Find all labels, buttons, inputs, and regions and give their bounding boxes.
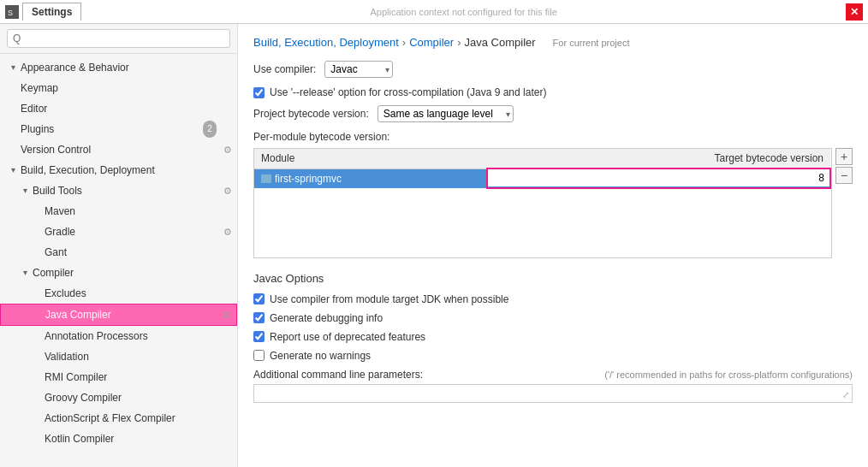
version-input-cell[interactable] xyxy=(487,168,830,188)
title-bar: S Settings Application context not confi… xyxy=(0,0,868,24)
column-module: Module xyxy=(254,149,487,168)
checkbox-row-report-deprecated: Report use of deprecated features xyxy=(253,331,853,343)
checkbox-generate-no-warnings[interactable] xyxy=(253,350,265,361)
use-compiler-row: Use compiler: JavacEclipseAjc ▾ xyxy=(253,61,853,78)
javac-options-title: Javac Options xyxy=(253,272,853,285)
additional-params-input-wrapper: ⤢ xyxy=(253,384,853,403)
use-compiler-select-wrapper: JavacEclipseAjc ▾ xyxy=(324,61,393,78)
sidebar-item-excludes[interactable]: Excludes xyxy=(0,283,237,304)
sidebar-item-label: Groovy Compiler xyxy=(45,389,122,406)
additional-params-row: Additional command line parameters: ('/'… xyxy=(253,369,853,381)
sidebar-item-version-control[interactable]: Version Control⚙ xyxy=(0,139,237,160)
title-bar-left: S Settings xyxy=(5,3,81,21)
additional-params-label: Additional command line parameters: xyxy=(253,369,423,381)
checkbox-use-compiler-module[interactable] xyxy=(253,293,265,304)
sidebar-item-actionscript-flex[interactable]: ActionScript & Flex Compiler xyxy=(0,408,237,429)
breadcrumb-part-2: Compiler xyxy=(409,36,454,49)
close-button[interactable]: ✕ xyxy=(846,3,863,21)
checkbox-generate-debug[interactable] xyxy=(253,312,265,323)
sidebar-item-annotation-processors[interactable]: Annotation Processors xyxy=(0,326,237,346)
release-option-checkbox[interactable] xyxy=(253,87,265,98)
sidebar-item-maven[interactable]: Maven xyxy=(0,201,237,222)
sidebar-item-label: Editor xyxy=(21,100,47,117)
project-bytecode-select-wrapper: Same as language level ▾ xyxy=(378,105,514,122)
sidebar-item-rmi-compiler[interactable]: RMI Compiler xyxy=(0,367,237,387)
folder-icon xyxy=(261,174,271,183)
sidebar-item-appearance[interactable]: Appearance & Behavior xyxy=(0,57,237,78)
window-subtitle: Application context not configured for t… xyxy=(81,7,846,17)
sidebar-item-label: Kotlin Compiler xyxy=(45,430,114,447)
use-compiler-select[interactable]: JavacEclipseAjc xyxy=(324,61,393,78)
add-module-button[interactable]: + xyxy=(835,148,853,165)
sidebar-item-badge: 2 xyxy=(203,121,217,138)
sidebar-item-plugins[interactable]: Plugins2 xyxy=(0,119,237,139)
sidebar-item-label: Version Control xyxy=(21,141,91,158)
sidebar-item-icon: ⚙ xyxy=(223,182,232,199)
sidebar-item-icon: ⚙ xyxy=(223,223,232,240)
checkbox-label-generate-no-warnings: Generate no warnings xyxy=(270,350,371,362)
sidebar-item-label: RMI Compiler xyxy=(45,369,107,386)
app-icon: S xyxy=(5,5,19,19)
sidebar-item-label: Gradle xyxy=(45,223,75,240)
sidebar-item-label: Build, Execution, Deployment xyxy=(21,162,155,179)
sidebar-item-label: Java Compiler xyxy=(45,306,111,323)
release-option-row: Use '--release' option for cross-compila… xyxy=(253,86,853,98)
per-module-label: Per-module bytecode version: xyxy=(253,131,853,143)
sidebar-item-label: Maven xyxy=(45,203,75,220)
column-version: Target bytecode version xyxy=(487,149,830,168)
project-bytecode-row: Project bytecode version: Same as langua… xyxy=(253,105,853,122)
search-box xyxy=(0,24,237,54)
sidebar-item-build-tools[interactable]: Build Tools⚙ xyxy=(0,180,237,201)
main-container: Appearance & BehaviorKeymapEditorPlugins… xyxy=(0,24,868,467)
table-side-buttons: + − xyxy=(835,148,853,184)
sidebar-item-label: Compiler xyxy=(33,264,74,281)
sidebar-item-label: ActionScript & Flex Compiler xyxy=(45,410,175,427)
sidebar-item-label: Excludes xyxy=(45,285,86,302)
additional-params-input[interactable] xyxy=(253,384,853,403)
search-input[interactable] xyxy=(7,29,230,48)
sidebar-item-groovy-compiler[interactable]: Groovy Compiler xyxy=(0,387,237,408)
remove-module-button[interactable]: − xyxy=(835,167,853,184)
checkbox-label-generate-debug: Generate debugging info xyxy=(270,312,383,324)
checkbox-label-use-compiler-module: Use compiler from module target JDK when… xyxy=(270,293,508,305)
sidebar-item-validation[interactable]: Validation xyxy=(0,346,237,367)
window-title[interactable]: Settings xyxy=(22,3,81,21)
sidebar-item-label: Gant xyxy=(45,244,67,261)
sidebar: Appearance & BehaviorKeymapEditorPlugins… xyxy=(0,24,238,467)
release-option-label: Use '--release' option for cross-compila… xyxy=(270,86,546,98)
sidebar-item-gant[interactable]: Gant xyxy=(0,242,237,263)
table-empty-space xyxy=(254,189,831,257)
sidebar-item-label: Keymap xyxy=(21,80,58,97)
project-bytecode-select[interactable]: Same as language level xyxy=(378,105,514,122)
sidebar-item-gradle[interactable]: Gradle⚙ xyxy=(0,222,237,242)
sidebar-item-label: Validation xyxy=(45,348,89,365)
svg-text:S: S xyxy=(8,9,13,17)
sidebar-item-java-compiler[interactable]: Java Compiler⚙ xyxy=(0,304,237,326)
additional-params-hint: ('/' recommended in paths for cross-plat… xyxy=(604,369,853,380)
tree-arrow-icon xyxy=(7,164,19,176)
sidebar-item-label: Annotation Processors xyxy=(45,328,148,345)
module-table-container: Module Target bytecode version first-spr… xyxy=(253,148,832,258)
table-row[interactable]: first-springmvc xyxy=(254,168,830,188)
use-compiler-label: Use compiler: xyxy=(253,63,316,75)
module-table-section: Module Target bytecode version first-spr… xyxy=(253,148,853,272)
module-table: Module Target bytecode version first-spr… xyxy=(254,149,831,189)
version-input[interactable] xyxy=(488,169,829,186)
tree-arrow-icon xyxy=(19,267,31,279)
sidebar-item-label: Build Tools xyxy=(33,182,82,199)
tree-arrow-icon xyxy=(7,62,19,74)
content-area: Build, Execution, Deployment › Compiler … xyxy=(238,24,868,467)
sidebar-tree: Appearance & BehaviorKeymapEditorPlugins… xyxy=(0,54,237,467)
breadcrumb-part-1: Build, Execution, Deployment xyxy=(253,36,399,49)
sidebar-item-icon: ⚙ xyxy=(223,141,232,158)
module-name-cell: first-springmvc xyxy=(254,168,487,188)
project-bytecode-label: Project bytecode version: xyxy=(253,108,369,120)
javac-checkboxes: Use compiler from module target JDK when… xyxy=(253,293,853,362)
sidebar-item-kotlin-compiler[interactable]: Kotlin Compiler xyxy=(0,429,237,449)
sidebar-item-compiler[interactable]: Compiler xyxy=(0,263,237,283)
breadcrumb: Build, Execution, Deployment › Compiler … xyxy=(253,36,853,49)
sidebar-item-editor[interactable]: Editor xyxy=(0,98,237,119)
checkbox-report-deprecated[interactable] xyxy=(253,331,265,342)
sidebar-item-keymap[interactable]: Keymap xyxy=(0,78,237,98)
sidebar-item-build-execution[interactable]: Build, Execution, Deployment xyxy=(0,160,237,180)
